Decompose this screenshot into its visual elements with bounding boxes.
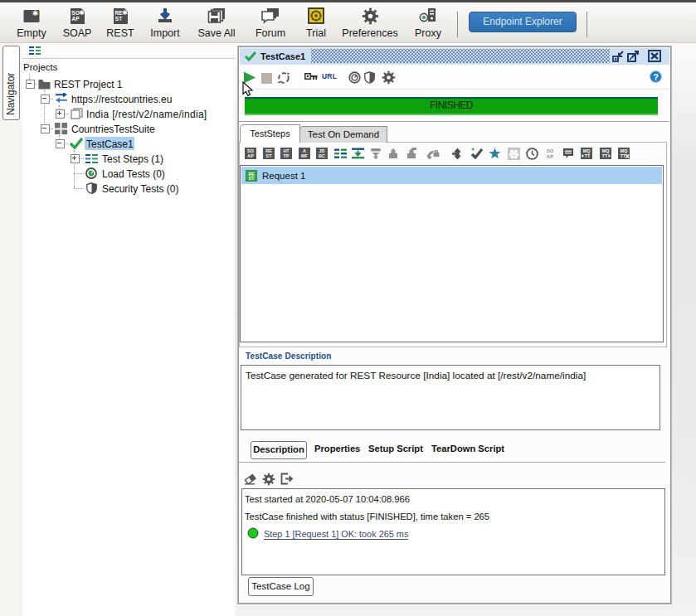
svg-text:ST: ST [114, 16, 121, 22]
svg-text:✱: ✱ [122, 9, 128, 17]
svg-text:AP: AP [247, 153, 254, 158]
svg-text:ST: ST [249, 176, 255, 181]
svg-text:TT: TT [585, 153, 591, 158]
svg-text:AP: AP [547, 154, 553, 159]
svg-text:SO: SO [547, 148, 554, 153]
svg-text:BC: BC [319, 153, 325, 158]
svg-text:AP: AP [71, 16, 80, 22]
svg-text:ST: ST [265, 153, 272, 158]
svg-text:TP: TP [284, 153, 290, 158]
svg-text:TT: TT [601, 153, 607, 158]
svg-text:✱: ✱ [79, 9, 85, 17]
svg-text:✱: ✱ [32, 9, 39, 17]
svg-text:MF: MF [301, 153, 308, 158]
svg-text:?: ? [653, 72, 659, 82]
svg-text:TT: TT [620, 153, 625, 158]
